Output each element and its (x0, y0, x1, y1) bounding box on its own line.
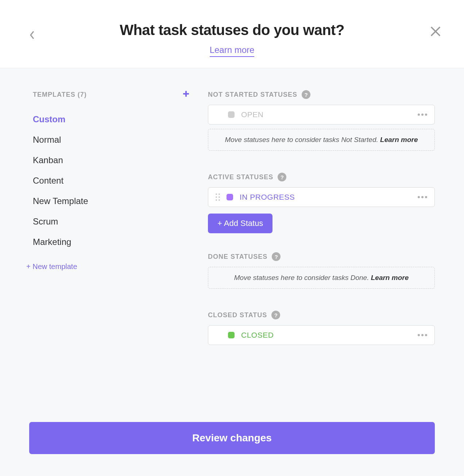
closed-label: CLOSED STATUS (208, 311, 267, 319)
close-button[interactable] (429, 25, 442, 39)
chevron-left-icon (29, 30, 35, 40)
status-more-button[interactable] (418, 334, 427, 336)
help-icon[interactable]: ? (278, 173, 286, 181)
template-item-marketing[interactable]: Marketing (33, 232, 190, 252)
status-name: CLOSED (241, 331, 411, 339)
plus-icon (182, 90, 190, 97)
status-name: OPEN (241, 110, 411, 119)
drop-learn-more-link[interactable]: Learn more (380, 136, 418, 143)
add-template-button[interactable] (182, 90, 190, 99)
add-status-button[interactable]: + Add Status (208, 214, 272, 233)
learn-more-link[interactable]: Learn more (210, 45, 255, 57)
status-color-swatch (228, 111, 235, 118)
not-started-header: NOT STARTED STATUSES ? (208, 90, 435, 99)
help-icon[interactable]: ? (302, 90, 310, 99)
templates-sidebar: TEMPLATES (7) Custom Normal Kanban Conte… (33, 90, 208, 349)
done-drop-zone[interactable]: Move statuses here to consider tasks Don… (208, 267, 435, 289)
templates-label: TEMPLATES (7) (33, 91, 87, 99)
template-item-kanban[interactable]: Kanban (33, 150, 190, 170)
status-row-in-progress[interactable]: IN PROGRESS (208, 187, 435, 207)
status-color-swatch (227, 194, 233, 200)
drop-hint-text: Move statuses here to consider tasks Don… (234, 274, 371, 281)
drag-handle-icon[interactable] (216, 193, 220, 201)
done-header: DONE STATUSES ? (208, 252, 435, 261)
template-item-scrum[interactable]: Scrum (33, 211, 190, 232)
status-more-button[interactable] (418, 196, 427, 198)
status-color-swatch (228, 332, 235, 338)
not-started-drop-zone[interactable]: Move statuses here to consider tasks Not… (208, 129, 435, 151)
template-list: Custom Normal Kanban Content New Templat… (33, 109, 190, 252)
close-icon (429, 25, 442, 38)
template-item-content[interactable]: Content (33, 170, 190, 191)
status-row-closed[interactable]: CLOSED (208, 325, 435, 345)
back-button[interactable] (29, 30, 35, 42)
template-item-new-template[interactable]: New Template (33, 191, 190, 211)
template-item-custom[interactable]: Custom (33, 109, 190, 130)
active-label: ACTIVE STATUSES (208, 173, 273, 181)
status-name: IN PROGRESS (240, 193, 411, 201)
status-more-button[interactable] (418, 114, 427, 116)
closed-header: CLOSED STATUS ? (208, 311, 435, 319)
modal-footer: Review changes (29, 422, 435, 454)
modal-header: What task statuses do you want? Learn mo… (0, 0, 464, 68)
modal-content: TEMPLATES (7) Custom Normal Kanban Conte… (0, 68, 464, 349)
template-item-normal[interactable]: Normal (33, 130, 190, 150)
help-icon[interactable]: ? (271, 311, 280, 319)
help-icon[interactable]: ? (272, 252, 281, 261)
status-row-open[interactable]: OPEN (208, 105, 435, 124)
new-template-button[interactable]: + New template (26, 262, 190, 271)
active-header: ACTIVE STATUSES ? (208, 173, 435, 181)
drop-learn-more-link[interactable]: Learn more (371, 274, 409, 281)
review-changes-button[interactable]: Review changes (29, 422, 435, 454)
page-title: What task statuses do you want? (22, 22, 442, 38)
svg-rect-3 (183, 93, 189, 95)
done-label: DONE STATUSES (208, 253, 267, 261)
not-started-label: NOT STARTED STATUSES (208, 91, 297, 99)
status-editor: NOT STARTED STATUSES ? OPEN Move statuse… (208, 90, 435, 349)
drop-hint-text: Move statuses here to consider tasks Not… (225, 136, 380, 143)
